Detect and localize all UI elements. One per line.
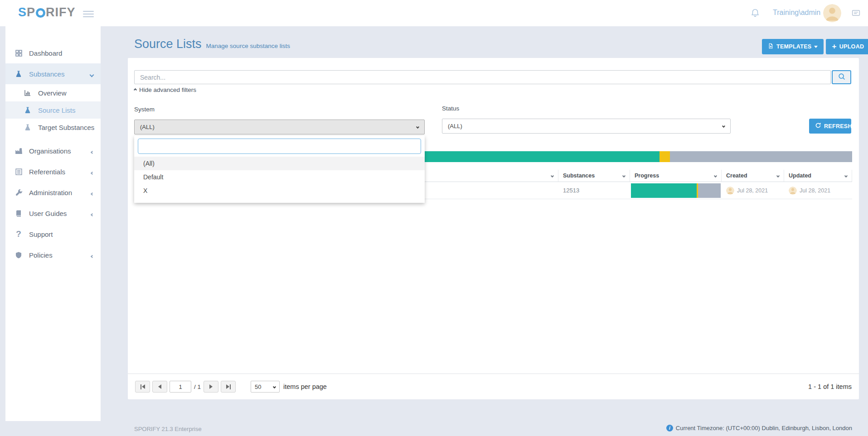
status-select[interactable]: (ALL): [442, 119, 731, 134]
next-page-button[interactable]: [204, 381, 218, 393]
dropdown-option-default[interactable]: Default: [134, 170, 425, 184]
feedback-chat-icon[interactable]: [851, 9, 861, 20]
shield-icon: [15, 251, 23, 259]
chevron-down-icon[interactable]: [776, 174, 780, 177]
dashboard-grid-icon: [15, 49, 23, 57]
question-mark-icon: ?: [15, 230, 23, 238]
page-title: Source Lists: [134, 37, 202, 51]
search-input[interactable]: [134, 70, 831, 84]
logo-sync-o-icon: [36, 8, 45, 18]
last-page-button[interactable]: [221, 381, 236, 393]
sidebar-item-label: Overview: [38, 89, 67, 97]
user-menu[interactable]: Training\admin: [773, 9, 820, 17]
column-header-updated[interactable]: Updated: [784, 170, 852, 182]
page-size-select[interactable]: 50: [251, 381, 280, 393]
sidebar-item-label: Source Lists: [38, 106, 76, 114]
logo-letters-rify: RIFY: [46, 5, 76, 19]
refresh-button-label: REFRESH: [824, 123, 852, 129]
sidebar-item-label: Support: [29, 230, 53, 238]
sidebar-item-target-substances[interactable]: Target Substances: [5, 119, 101, 136]
progress-segment-yellow: [659, 151, 669, 162]
sidebar-item-policies[interactable]: Policies: [5, 244, 101, 265]
column-header-progress[interactable]: Progress: [630, 170, 722, 182]
search-button[interactable]: [832, 70, 851, 84]
refresh-button[interactable]: REFRESH: [809, 119, 851, 134]
progress-segment-gray: [670, 151, 852, 162]
templates-button[interactable]: TEMPLATES: [762, 39, 824, 54]
cell-substances: 12513: [558, 182, 630, 199]
sidebar-item-organisations[interactable]: Organisations: [5, 140, 101, 161]
sidebar-item-user-guides[interactable]: User Guides: [5, 203, 101, 224]
plus-icon: +: [832, 42, 836, 51]
caret-up-icon: [134, 88, 137, 91]
hide-advanced-filters-toggle[interactable]: Hide advanced filters: [134, 86, 196, 93]
dropdown-filter-input[interactable]: [138, 139, 421, 154]
cell-created: Jul 28, 2021: [722, 182, 784, 199]
user-avatar[interactable]: [823, 4, 841, 22]
sidebar-nav: Dashboard Substances Overview Source Lis…: [5, 26, 101, 421]
sidebar-item-administration[interactable]: Administration: [5, 182, 101, 203]
bar-chart-icon: [24, 89, 32, 97]
hide-advanced-filters-label: Hide advanced filters: [139, 86, 196, 93]
user-avatar-icon: [789, 187, 797, 195]
items-per-page-label: items per page: [283, 383, 327, 390]
dropdown-option-all[interactable]: (All): [134, 157, 425, 170]
sidebar-item-label: Dashboard: [29, 49, 62, 57]
notifications-bell-icon[interactable]: [750, 8, 760, 20]
source-lists-card: Hide advanced filters System Status (ALL…: [128, 58, 859, 399]
chevron-down-icon[interactable]: [551, 174, 554, 177]
flask-icon: [15, 70, 23, 78]
book-icon: [15, 209, 23, 217]
chevron-left-icon: [91, 251, 93, 259]
sidebar-item-support[interactable]: ? Support: [5, 224, 101, 244]
upload-button[interactable]: + UPLOAD: [826, 39, 868, 54]
search-icon: [838, 72, 846, 82]
system-filter-label: System: [134, 106, 155, 113]
wrench-icon: [15, 188, 23, 196]
sidebar-item-source-lists[interactable]: Source Lists: [5, 101, 101, 119]
chevron-down-icon: [90, 70, 93, 78]
page-size-value: 50: [255, 383, 261, 390]
chevron-down-icon[interactable]: [622, 174, 626, 177]
column-header-created[interactable]: Created: [722, 170, 784, 182]
info-icon: i: [666, 425, 673, 431]
status-filter-label: Status: [442, 105, 459, 112]
chevron-down-icon[interactable]: [714, 174, 717, 177]
page-count-label: / 1: [194, 383, 201, 390]
sidebar-item-substances[interactable]: Substances: [5, 63, 101, 84]
file-excel-icon: [768, 43, 774, 51]
sidebar-item-label: Referentials: [29, 168, 65, 176]
hamburger-menu-icon[interactable]: [83, 9, 94, 19]
page-number-input[interactable]: [170, 381, 191, 393]
first-page-button[interactable]: [135, 381, 150, 393]
sporify-logo[interactable]: SPRIFY: [18, 5, 76, 19]
row-progress-bar: [631, 183, 721, 198]
sidebar-item-label: Substances: [29, 70, 64, 78]
sidebar-item-overview[interactable]: Overview: [5, 84, 101, 101]
sidebar-item-label: Administration: [29, 189, 72, 196]
chevron-left-icon: [91, 210, 93, 217]
chevron-down-icon[interactable]: [844, 174, 848, 177]
footer-version-label: SPORIFY 21.3 Enterprise: [134, 426, 202, 432]
flask-icon: [24, 106, 32, 114]
previous-page-button[interactable]: [152, 381, 167, 393]
timezone-label: Current Timezone: (UTC+00:00) Dublin, Ed…: [676, 425, 852, 431]
sidebar-item-dashboard[interactable]: Dashboard: [5, 43, 101, 63]
chevron-down-icon: [722, 125, 725, 128]
dropdown-option-x[interactable]: X: [134, 184, 425, 197]
chevron-left-icon: [91, 147, 93, 155]
system-select[interactable]: (ALL): [134, 120, 425, 134]
page-subtitle: Manage source substance lists: [206, 43, 290, 49]
column-header-substances[interactable]: Substances: [558, 170, 630, 182]
chevron-down-icon: [416, 125, 419, 129]
chevron-down-icon: [273, 385, 276, 388]
logo-letter-p: P: [27, 5, 35, 19]
top-header-bar: SPRIFY Training\admin: [0, 0, 868, 26]
system-dropdown-panel: (All) Default X: [134, 136, 425, 203]
sidebar-item-referentials[interactable]: Referentials: [5, 161, 101, 182]
dropdown-option-list: (All) Default X: [134, 157, 425, 197]
sidebar-item-label: User Guides: [29, 210, 67, 217]
user-avatar-icon: [726, 187, 734, 195]
chevron-left-icon: [91, 189, 93, 196]
page-header: Source Lists Manage source substance lis…: [134, 37, 290, 51]
